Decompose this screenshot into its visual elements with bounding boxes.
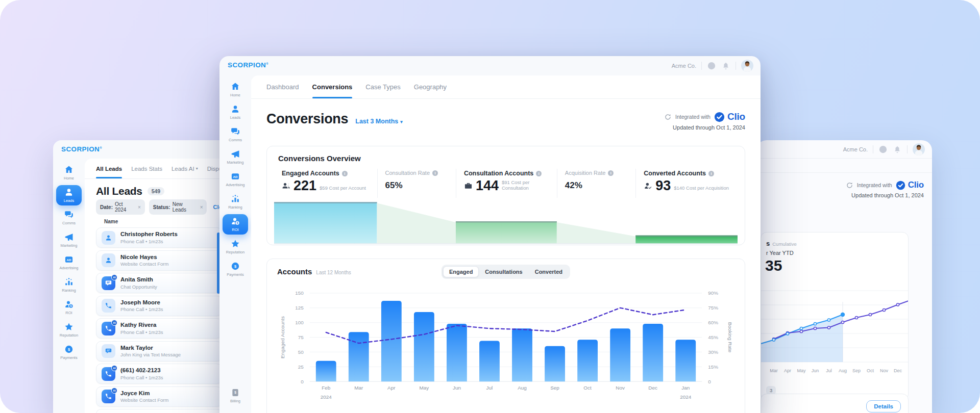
- phone-icon: AI: [102, 367, 115, 381]
- filter-chips: Date:Oct 2024× Status:New Leads× Clear: [85, 201, 227, 213]
- svg-text:May: May: [419, 385, 429, 391]
- conversion-funnel-chart: [274, 198, 738, 245]
- sidebar-item-ranking[interactable]: Ranking: [56, 275, 82, 295]
- series-toggle-group: EngagedConsultationsConverted: [442, 265, 570, 279]
- svg-text:$: $: [236, 221, 238, 224]
- svg-text:Dec: Dec: [648, 385, 657, 391]
- sidebar-item-leads[interactable]: Leads: [56, 185, 82, 205]
- ai-badge: AI: [111, 274, 117, 280]
- info-icon[interactable]: i: [432, 170, 438, 176]
- help-icon[interactable]: ?: [878, 145, 888, 154]
- tab-conversions[interactable]: Conversions: [312, 75, 353, 98]
- summary-topbar: Acme Co. ?: [756, 140, 932, 159]
- scorpion-logo: SCORPION®: [61, 145, 102, 153]
- remove-date-filter-icon[interactable]: ×: [138, 204, 141, 210]
- personcheck-icon: [644, 182, 652, 190]
- chevron-down-icon: ▾: [196, 166, 198, 171]
- sidebar-item-payments[interactable]: $Payments: [56, 342, 82, 363]
- comms-icon: [64, 210, 74, 220]
- lead-row[interactable]: AIJoyce KimWebsite Contact Form: [96, 386, 222, 407]
- date-filter-chip[interactable]: Date:Oct 2024×: [96, 199, 145, 215]
- sidebar-item-leads[interactable]: Leads: [223, 102, 248, 122]
- svg-text:Oct: Oct: [867, 368, 874, 373]
- overview-title: Conversions Overview: [278, 154, 738, 163]
- user-avatar[interactable]: [913, 143, 925, 156]
- sidebar-item-comms[interactable]: Comms: [56, 208, 82, 228]
- svg-text:100: 100: [295, 320, 304, 325]
- phone-icon: AI: [102, 322, 115, 335]
- sidebar-item-advertising[interactable]: ADAdvertising: [56, 252, 82, 273]
- chat-icon: AI: [102, 276, 115, 290]
- lead-row[interactable]: Joseph MoorePhone Call • 1m23s: [96, 296, 222, 316]
- svg-text:Nov: Nov: [616, 385, 625, 391]
- lead-row[interactable]: AIAnita SmithChat Opportunity: [96, 273, 222, 293]
- lead-row[interactable]: Mark TaylorJohn King via Text Message: [96, 341, 222, 362]
- sidebar-item-payments[interactable]: $Payments: [223, 259, 248, 279]
- payments-icon: $: [230, 261, 240, 271]
- user-avatar[interactable]: [741, 60, 753, 72]
- ai-badge: AI: [111, 365, 117, 371]
- info-icon[interactable]: i: [342, 171, 348, 176]
- sidebar-item-comms[interactable]: Comms: [223, 124, 248, 145]
- toggle-converted[interactable]: Converted: [529, 266, 569, 277]
- tab-all-leads[interactable]: All Leads: [96, 159, 122, 178]
- sidebar-item-billing[interactable]: $Billing: [223, 385, 248, 406]
- info-icon[interactable]: i: [708, 171, 714, 176]
- svg-text:May: May: [797, 368, 806, 373]
- tab-geography[interactable]: Geography: [414, 75, 447, 98]
- clio-integration-badge: Integrated with Clio Updated through Oct…: [846, 180, 924, 198]
- status-filter-chip[interactable]: Status:New Leads×: [149, 199, 207, 215]
- sidebar-item-home[interactable]: Home: [56, 163, 82, 183]
- toggle-consultations[interactable]: Consultations: [479, 266, 528, 277]
- notifications-bell-icon[interactable]: [721, 61, 730, 70]
- svg-text:0: 0: [708, 379, 711, 384]
- sidebar-item-roi[interactable]: $ROI: [56, 297, 82, 318]
- notifications-bell-icon[interactable]: [893, 145, 902, 154]
- status-filter-value: New Leads: [173, 201, 197, 213]
- tab-leads-stats[interactable]: Leads Stats: [131, 159, 162, 178]
- center-sidebar: HomeLeadsCommsMarketingADAdvertisingRank…: [219, 75, 251, 413]
- lead-row[interactable]: AI(661) 402-2123Phone Call • 1m23s: [96, 364, 222, 384]
- svg-text:?: ?: [710, 64, 713, 68]
- people-icon: [282, 182, 290, 190]
- sidebar-item-marketing[interactable]: Marketing: [56, 230, 82, 250]
- leads-list: Christopher RobertsPhone Call • 1m23sNic…: [85, 227, 227, 413]
- payments-icon: $: [64, 344, 74, 354]
- leads-page-title: All Leads: [96, 185, 142, 197]
- sync-icon: [664, 113, 672, 121]
- details-card: Details: [761, 394, 909, 413]
- tab-dashboard[interactable]: Dashboard: [266, 75, 299, 98]
- account-area: Acme Co. ?: [672, 56, 753, 75]
- accounts-subtitle: Last 12 Months: [316, 270, 351, 275]
- ai-badge: AI: [111, 388, 117, 394]
- toggle-engaged[interactable]: Engaged: [443, 266, 479, 277]
- conversions-overview-card: Conversions Overview Engaged Accountsi22…: [266, 146, 745, 245]
- info-icon[interactable]: i: [608, 170, 614, 176]
- clio-logo: Clio: [896, 180, 924, 190]
- sidebar-item-ranking[interactable]: Ranking: [223, 192, 248, 212]
- lead-row[interactable]: Christopher RobertsPhone Call • 1m23s: [96, 227, 222, 248]
- details-button[interactable]: Details: [866, 400, 901, 412]
- sidebar-item-reputation[interactable]: Reputation: [56, 320, 82, 340]
- lead-row-partial[interactable]: [96, 409, 222, 413]
- tab-leads-ai[interactable]: Leads AI▾: [172, 159, 198, 178]
- tab-case-types[interactable]: Case Types: [365, 75, 400, 98]
- date-filter-label: Date:: [100, 204, 113, 210]
- remove-status-filter-icon[interactable]: ×: [200, 204, 203, 210]
- lead-row[interactable]: AIKathy RiveraPhone Call • 1m23s: [96, 318, 222, 339]
- sidebar-item-reputation[interactable]: Reputation: [223, 237, 248, 257]
- phone-icon: [102, 299, 115, 313]
- divider: [907, 145, 908, 153]
- summary-window: Acme Co. ? Integrated with Clio Updated …: [756, 140, 932, 413]
- svg-text:125: 125: [295, 305, 304, 311]
- status-filter-label: Status:: [153, 204, 170, 210]
- info-icon[interactable]: i: [536, 171, 542, 176]
- lead-row[interactable]: Nicole HayesWebsite Contact Form: [96, 250, 222, 271]
- updated-through-text: Updated through Oct 1, 2024: [846, 192, 924, 198]
- help-icon[interactable]: ?: [707, 61, 716, 70]
- sidebar-item-roi[interactable]: $ROI: [223, 214, 248, 235]
- sidebar-item-marketing[interactable]: Marketing: [223, 147, 248, 167]
- sidebar-item-advertising[interactable]: ADAdvertising: [223, 169, 248, 190]
- date-range-dropdown[interactable]: Last 3 Months▾: [355, 118, 403, 125]
- sidebar-item-home[interactable]: Home: [223, 80, 248, 100]
